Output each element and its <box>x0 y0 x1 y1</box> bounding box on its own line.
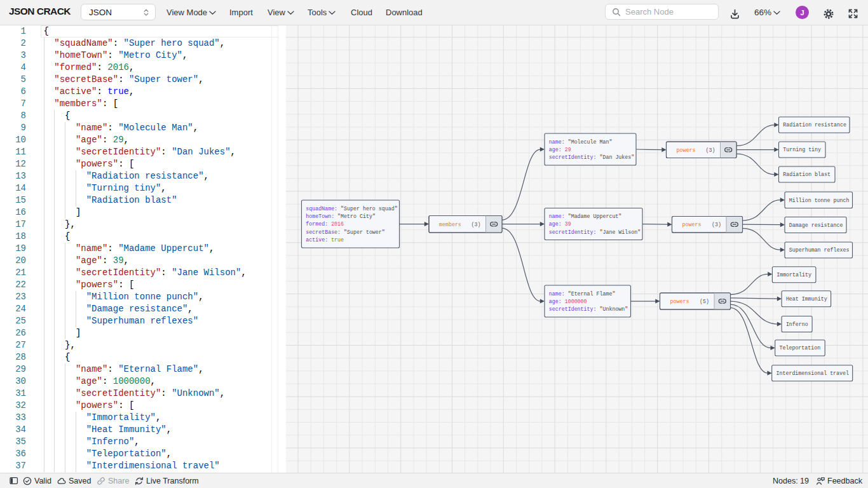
svg-text:squadName: "Super hero squad": squadName: "Super hero squad" <box>306 206 397 212</box>
svg-text:formed: 2016: formed: 2016 <box>306 221 344 227</box>
svg-text:secretBase: "Super tower": secretBase: "Super tower" <box>306 229 385 235</box>
svg-text:active: true: active: true <box>306 237 344 243</box>
svg-text:Radiation resistance: Radiation resistance <box>783 122 846 128</box>
svg-text:secretIdentity: "Unknown": secretIdentity: "Unknown" <box>549 306 628 312</box>
svg-text:powers: powers <box>682 222 702 227</box>
svg-text:Heat Immunity: Heat Immunity <box>786 296 827 302</box>
svg-text:Immortality: Immortality <box>776 272 811 278</box>
svg-text:Million tonne punch: Million tonne punch <box>789 198 850 203</box>
svg-text:secretIdentity: "Jane Wilson": secretIdentity: "Jane Wilson" <box>549 229 641 235</box>
svg-text:powers: powers <box>670 299 689 304</box>
svg-text:Superhuman reflexes: Superhuman reflexes <box>789 247 850 253</box>
svg-text:homeTown: "Metro City": homeTown: "Metro City" <box>306 214 376 219</box>
svg-text:name: "Molecule Man": name: "Molecule Man" <box>549 139 613 145</box>
svg-text:Teleportation: Teleportation <box>780 345 821 351</box>
svg-text:age: 1000000: age: 1000000 <box>549 299 587 304</box>
svg-text:(3): (3) <box>712 222 721 227</box>
svg-text:name: "Eternal Flame": name: "Eternal Flame" <box>549 291 616 297</box>
svg-text:name: "Madame Uppercut": name: "Madame Uppercut" <box>549 214 622 219</box>
svg-text:Interdimensional travel: Interdimensional travel <box>776 370 850 376</box>
svg-text:(3): (3) <box>471 222 481 227</box>
svg-text:(3): (3) <box>706 147 715 153</box>
svg-text:Inferno: Inferno <box>786 322 808 327</box>
svg-text:powers: powers <box>677 147 696 153</box>
svg-text:Damage resistance: Damage resistance <box>789 222 843 228</box>
svg-text:age: 39: age: 39 <box>549 221 571 227</box>
svg-text:secretIdentity: "Dan Jukes": secretIdentity: "Dan Jukes" <box>549 154 634 160</box>
svg-text:(5): (5) <box>700 299 709 304</box>
svg-text:members: members <box>439 222 461 227</box>
svg-text:age: 29: age: 29 <box>549 147 571 152</box>
svg-text:Turning tiny: Turning tiny <box>783 147 821 152</box>
svg-text:Radiation blast: Radiation blast <box>783 172 831 177</box>
